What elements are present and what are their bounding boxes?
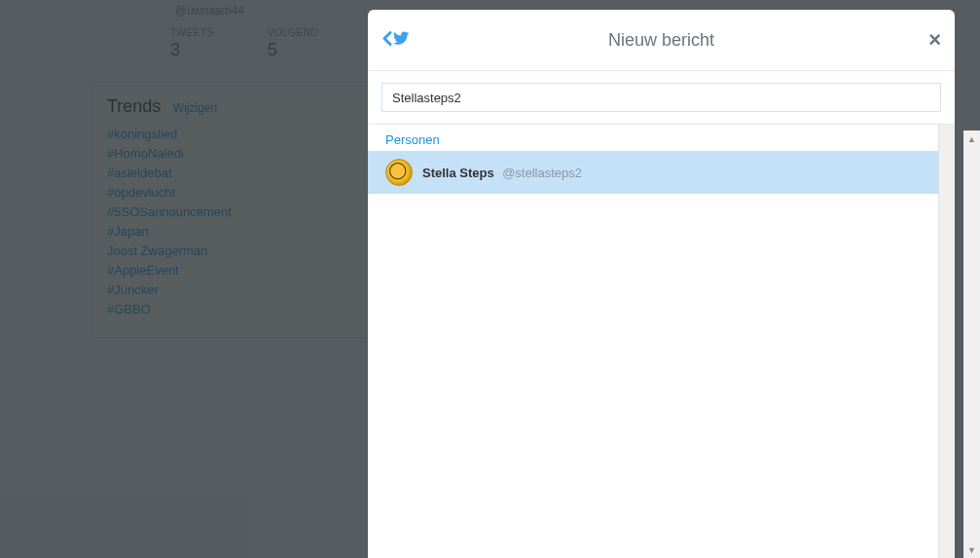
twitter-bird-icon [393, 30, 410, 51]
scroll-up-button[interactable]: ▲ [963, 130, 980, 147]
chevron-left-icon [381, 30, 392, 50]
person-result-row[interactable]: Stella Steps @stellasteps2 [368, 151, 955, 194]
close-icon: × [928, 27, 941, 52]
modal-title: Nieuw bericht [608, 30, 714, 51]
new-message-modal: Nieuw bericht × Personen Stella Steps @s… [368, 10, 955, 558]
person-name: Stella Steps [422, 166, 494, 180]
scroll-down-button[interactable]: ▼ [963, 541, 980, 558]
results-area: Personen Stella Steps @stellasteps2 [368, 125, 955, 558]
modal-header: Nieuw bericht × [368, 10, 955, 71]
avatar [385, 159, 413, 186]
close-button[interactable]: × [928, 27, 941, 53]
recipient-search-input[interactable] [381, 83, 941, 112]
person-handle: @stellasteps2 [502, 166, 582, 180]
back-button[interactable] [381, 30, 410, 51]
page-scrollbar[interactable]: ▲ ▼ [963, 130, 980, 558]
results-section-label: Personen [368, 125, 955, 151]
results-scrollbar[interactable] [938, 125, 955, 558]
